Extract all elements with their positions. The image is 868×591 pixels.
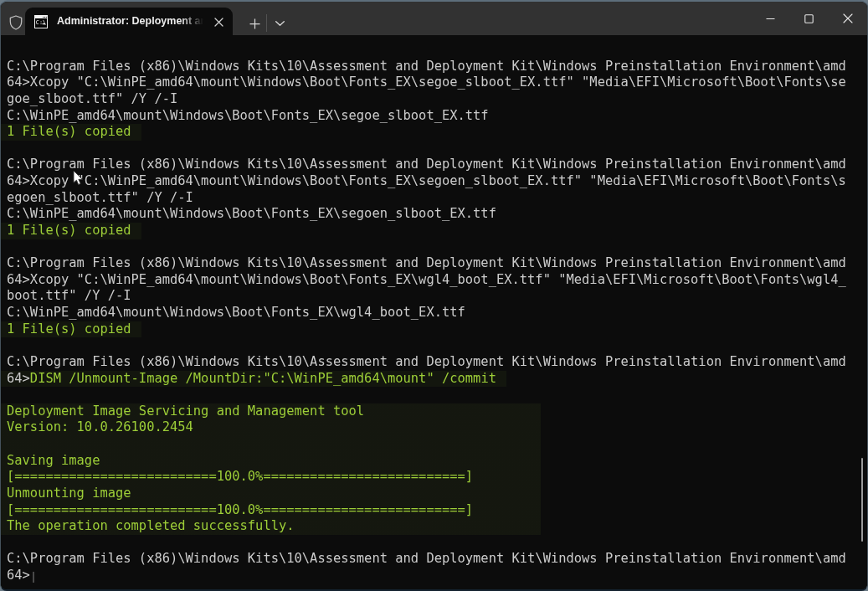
tabrow-divider — [266, 14, 267, 32]
terminal-line: [==========================100.0%=======… — [1, 469, 867, 486]
terminal-line: 64>Xcopy "C:\WinPE_amd64\mount\Windows\B… — [1, 75, 867, 91]
minimize-button[interactable] — [751, 2, 789, 35]
terminal-line — [1, 337, 867, 354]
close-icon — [843, 13, 853, 23]
terminal-line: 64>Xcopy "C:\WinPE_amd64\mount\Windows\B… — [1, 272, 867, 289]
terminal-window: C:\ Administrator: Deployment and Imagin… — [0, 0, 868, 591]
text-cursor — [33, 572, 34, 583]
terminal-line: 64>Xcopy "C:\WinPE_amd64\mount\Windows\B… — [1, 173, 867, 190]
mouse-cursor — [73, 170, 84, 186]
terminal-line — [1, 42, 867, 59]
terminal-line: egoen_slboot.ttf" /Y /-I — [1, 190, 867, 207]
admin-shield-icon — [9, 15, 23, 30]
maximize-icon — [804, 14, 814, 23]
terminal-line: C:\Program Files (x86)\Windows Kits\10\A… — [1, 354, 867, 371]
terminal-line — [1, 141, 867, 157]
terminal-line: 1 File(s) copied — [1, 321, 867, 338]
terminal-line: Unmounting image — [1, 486, 867, 502]
terminal-line — [1, 436, 867, 453]
caption-buttons — [751, 2, 867, 35]
terminal-line: C:\Program Files (x86)\Windows Kits\10\A… — [1, 59, 867, 75]
terminal-line: 64>DISM /Unmount-Image /MountDir:"C:\Win… — [1, 371, 867, 388]
terminal-line: Saving image — [1, 453, 867, 470]
terminal-line — [1, 239, 867, 256]
svg-text:C:\: C:\ — [36, 19, 46, 26]
terminal-line: C:\Program Files (x86)\Windows Kits\10\A… — [1, 157, 867, 174]
terminal-line: C:\Program Files (x86)\Windows Kits\10\A… — [1, 255, 867, 272]
tab-title: Administrator: Deployment and Imaging To… — [57, 8, 206, 35]
terminal-line: goe_slboot.ttf" /Y /-I — [1, 91, 867, 108]
tab-close-button[interactable] — [208, 12, 229, 32]
close-icon — [214, 18, 223, 27]
terminal-line: 64> — [1, 568, 867, 584]
close-window-button[interactable] — [829, 2, 867, 35]
terminal-line: Deployment Image Servicing and Managemen… — [1, 403, 867, 420]
minimize-icon — [766, 14, 775, 23]
terminal-line: C:\WinPE_amd64\mount\Windows\Boot\Fonts_… — [1, 305, 867, 321]
terminal-line: 1 File(s) copied — [1, 124, 867, 141]
terminal-line: 1 File(s) copied — [1, 223, 867, 239]
terminal-line: C:\WinPE_amd64\mount\Windows\Boot\Fonts_… — [1, 206, 867, 223]
terminal-line: [==========================100.0%=======… — [1, 502, 867, 519]
new-tab-button[interactable] — [244, 13, 265, 34]
terminal-line: boot.ttf" /Y /-I — [1, 289, 867, 306]
scrollbar-thumb[interactable] — [861, 458, 863, 542]
terminal-line: Version: 10.0.26100.2454 — [1, 420, 867, 437]
terminal-output: C:\Program Files (x86)\Windows Kits\10\A… — [1, 42, 867, 584]
plus-icon — [249, 18, 260, 29]
cmd-icon: C:\ — [34, 15, 48, 28]
terminal-viewport[interactable]: C:\Program Files (x86)\Windows Kits\10\A… — [1, 35, 867, 589]
terminal-line: C:\Program Files (x86)\Windows Kits\10\A… — [1, 552, 867, 568]
tab-dropdown-button[interactable] — [270, 13, 289, 34]
terminal-line: C:\WinPE_amd64\mount\Windows\Boot\Fonts_… — [1, 108, 867, 125]
tab-administrator-deployment[interactable]: C:\ Administrator: Deployment and Imagin… — [25, 8, 233, 35]
terminal-line — [1, 387, 867, 403]
terminal-line — [1, 535, 867, 552]
titlebar[interactable]: C:\ Administrator: Deployment and Imagin… — [1, 2, 867, 35]
maximize-button[interactable] — [789, 2, 828, 35]
chevron-down-icon — [275, 21, 285, 26]
terminal-line: The operation completed successfully. — [1, 518, 867, 535]
